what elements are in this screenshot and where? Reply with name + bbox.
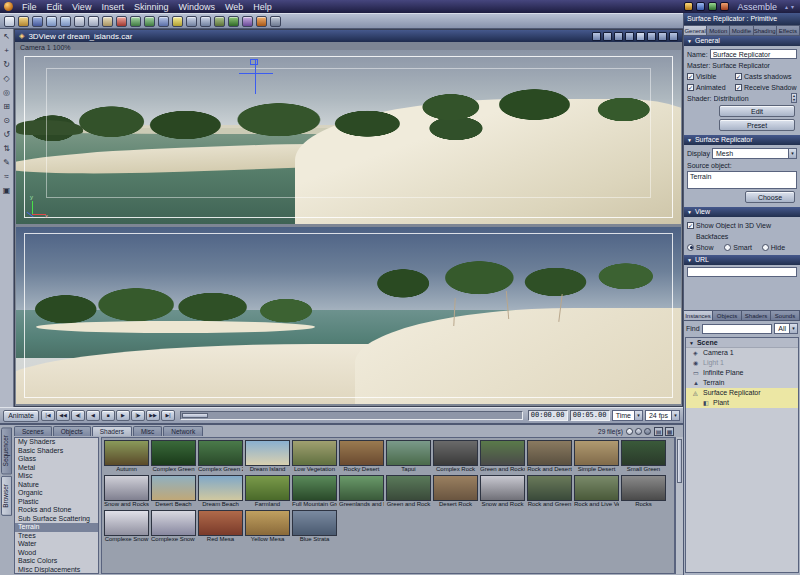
tab-shaders[interactable]: Shaders [742,310,771,321]
menu-item[interactable]: Edit [42,2,68,12]
casts-shadows-checkbox[interactable]: ✓ Casts shadows [735,73,797,80]
edit-shader-button[interactable]: Edit [719,105,795,117]
find-input[interactable] [702,324,773,334]
textured-mode-icon[interactable] [636,32,645,41]
scene-item[interactable]: ◧ Plant [686,398,798,408]
primitive-cube-icon[interactable] [200,16,211,27]
open-file-icon[interactable] [18,16,29,27]
rotate-tool-icon[interactable]: ↻ [1,60,13,70]
browser-scrollbar[interactable] [675,437,683,574]
render-view-bottom[interactable] [16,227,681,404]
play-reverse-button[interactable]: ◀ [86,410,100,421]
camera-select-icon[interactable] [647,32,656,41]
view-section-header[interactable]: ▼ View [684,207,800,217]
name-input[interactable] [710,49,797,59]
time-mode-dropdown[interactable]: Time ▾ [612,410,643,421]
category-item[interactable]: Wood [15,549,98,558]
tab-objects[interactable]: Objects [713,310,742,321]
url-input[interactable] [687,267,797,277]
category-item[interactable]: Water [15,540,98,549]
category-item[interactable]: Basic Colors [15,557,98,566]
scrubber-thumb[interactable] [182,413,208,418]
category-item[interactable]: Plastic [15,498,98,507]
visible-checkbox[interactable]: ✓ Visible [687,73,733,80]
shader-thumbnail[interactable]: Dream Island [245,440,290,473]
shader-thumbnail[interactable]: Dream Beach [198,475,243,508]
save-icon[interactable] [32,16,43,27]
scene-item[interactable]: ◬ Surface Replicator [686,388,798,398]
shader-value[interactable]: Distribution [714,95,749,102]
source-object-value[interactable]: Terrain [690,173,794,180]
category-item[interactable]: Organic [15,489,98,498]
expand-triangle-icon[interactable]: ▼ [689,338,694,348]
dolly-tool-icon[interactable]: ⊙ [1,116,13,126]
previous-keyframe-button[interactable]: ◀◀ [56,410,70,421]
scrollbar-thumb[interactable] [677,439,682,483]
stop-button[interactable]: ■ [101,410,115,421]
shader-thumbnail[interactable]: Rock and Green [527,475,572,508]
surface-replicator-section-header[interactable]: ▼ Surface Replicator [684,135,800,145]
plant-icon[interactable] [228,16,239,27]
preferences-icon[interactable] [270,16,281,27]
shader-thumbnail[interactable]: Blue Strata [292,510,337,543]
next-keyframe-button[interactable]: ▶▶ [146,410,160,421]
large-preview-button[interactable] [644,428,651,435]
menu-item[interactable]: Web [220,2,248,12]
menu-item[interactable]: View [67,2,96,12]
shader-thumbnail[interactable]: Simple Desert [574,440,619,473]
assemble-room-icon[interactable] [684,2,693,11]
shader-thumbnail[interactable]: Complexe Snow 2 [151,510,196,543]
category-item[interactable]: My Shaders [15,438,98,447]
category-item[interactable]: Terrain [15,523,98,532]
smooth-shade-mode-icon[interactable] [625,32,634,41]
tab-effects[interactable]: Effects [777,25,800,36]
shader-thumbnail[interactable]: Autumn [104,440,149,473]
shader-thumbnail[interactable]: Farmland [245,475,290,508]
panel-collapse-up-icon[interactable]: ▴ [785,4,788,10]
render-room-icon[interactable] [720,2,729,11]
shader-thumbnail[interactable]: Rocky Desert [339,440,384,473]
category-item[interactable]: Misc Displacements [15,566,98,575]
tab-motion[interactable]: Motion [707,25,730,36]
tab-sounds[interactable]: Sounds [771,310,800,321]
category-item[interactable]: Metal [15,464,98,473]
scale-tool-icon[interactable]: ◇ [1,74,13,84]
browser-tab-network[interactable]: Network [163,426,203,436]
shader-thumbnail[interactable]: Desert Rock [433,475,478,508]
menu-item[interactable]: Windows [173,2,220,12]
primitive-sphere-icon[interactable] [186,16,197,27]
shader-thumbnail[interactable]: Low Vegetation [292,440,337,473]
browser-tab-misc[interactable]: Misc [133,426,162,436]
jump-to-end-button[interactable]: ▶| [161,410,175,421]
wireframe-mode-icon[interactable] [592,32,601,41]
pan-tool-icon[interactable]: ⊞ [1,102,13,112]
jump-to-start-button[interactable]: |◀ [41,410,55,421]
panel-collapse-down-icon[interactable]: ▾ [791,4,794,10]
replicator-gizmo[interactable] [255,60,256,94]
shader-thumbnail[interactable]: Complex Rock [433,440,478,473]
menu-item[interactable]: Skinning [129,2,174,12]
paste-icon[interactable] [102,16,113,27]
viewport-title-bar[interactable]: ◈ 3DView of dream_islands.car [15,30,682,42]
ungroup-icon[interactable] [144,16,155,27]
animate-button[interactable]: Animate [3,410,39,422]
backfaces-show-radio[interactable]: Show [687,244,722,251]
shader-thumbnail[interactable]: Snow and Rocks [104,475,149,508]
shader-thumbnail[interactable]: Red Mesa [198,510,243,543]
browser-tab-objects[interactable]: Objects [53,426,91,436]
render-view-top[interactable]: y x [16,50,681,224]
new-file-icon[interactable] [4,16,15,27]
wave-tool-icon[interactable]: ≈ [1,172,13,182]
texture-room-icon[interactable] [708,2,717,11]
light-icon[interactable] [172,16,183,27]
select-tool-icon[interactable]: ↖ [1,32,13,42]
category-item[interactable]: Nature [15,481,98,490]
find-filter-dropdown[interactable]: All ▾ [774,323,798,334]
view-options-icon[interactable] [669,32,678,41]
delete-icon[interactable] [116,16,127,27]
scene-item[interactable]: ◉ Light 1 [686,358,798,368]
browser-tab-shaders[interactable]: Shaders [92,426,132,436]
camera-icon[interactable] [158,16,169,27]
display-mode-dropdown[interactable]: Mesh ▾ [712,148,797,159]
copy-icon[interactable] [88,16,99,27]
